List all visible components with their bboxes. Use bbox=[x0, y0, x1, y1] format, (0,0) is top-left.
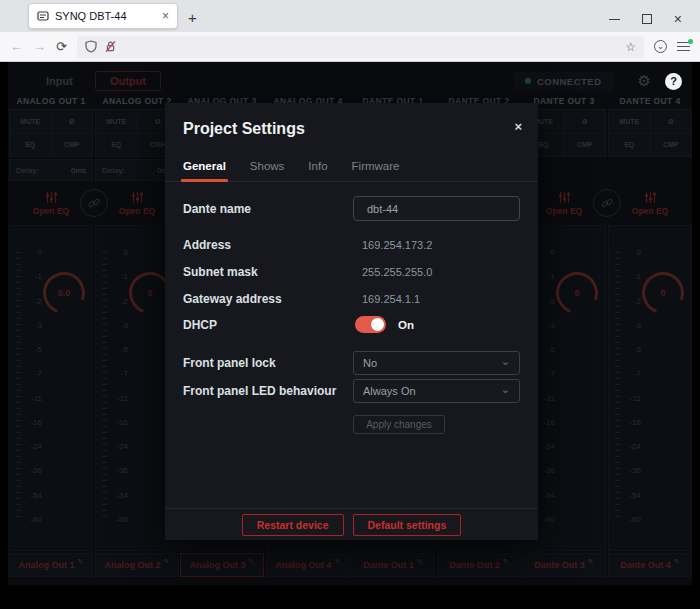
reload-icon[interactable]: ⟳ bbox=[56, 39, 67, 54]
browser-tab[interactable]: SYNQ DBT-44 × bbox=[28, 3, 178, 29]
address-bar[interactable]: ☆ bbox=[77, 36, 644, 58]
project-settings-modal: Project Settings × General Shows Info Fi… bbox=[165, 103, 538, 540]
browser-tab-bar: SYNQ DBT-44 × + × bbox=[0, 0, 700, 32]
dhcp-label: DHCP bbox=[183, 318, 353, 332]
help-icon[interactable]: ? bbox=[665, 73, 682, 90]
default-settings-button[interactable]: Default settings bbox=[353, 514, 462, 536]
modal-title: Project Settings bbox=[183, 120, 305, 138]
address-label: Address bbox=[183, 238, 353, 252]
bookmark-star-icon[interactable]: ☆ bbox=[625, 40, 636, 54]
forward-icon[interactable]: → bbox=[33, 39, 46, 54]
window-controls: × bbox=[609, 14, 694, 32]
restart-device-button[interactable]: Restart device bbox=[242, 514, 344, 536]
new-tab-button[interactable]: + bbox=[188, 9, 197, 26]
tab-title: SYNQ DBT-44 bbox=[55, 10, 156, 22]
tab-info[interactable]: Info bbox=[308, 160, 327, 181]
tab-shows[interactable]: Shows bbox=[250, 160, 285, 181]
front-panel-lock-label: Front panel lock bbox=[183, 356, 353, 370]
modal-tabs: General Shows Info Firmware bbox=[165, 160, 538, 182]
minimize-button[interactable] bbox=[609, 19, 620, 20]
dante-name-input[interactable] bbox=[353, 196, 520, 221]
modal-close-icon[interactable]: × bbox=[514, 120, 522, 133]
dhcp-state: On bbox=[398, 319, 414, 331]
lock-disabled-icon[interactable] bbox=[104, 40, 117, 53]
subnet-label: Subnet mask bbox=[183, 265, 353, 279]
front-panel-lock-select[interactable]: No ⌄ bbox=[353, 351, 520, 375]
browser-navbar: ← → ⟳ ☆ ⌄ bbox=[0, 32, 700, 62]
browser-window: SYNQ DBT-44 × + × ← → ⟳ ☆ ⌄ bbox=[0, 0, 700, 609]
tab-favicon-icon bbox=[37, 10, 49, 22]
tab-close-icon[interactable]: × bbox=[162, 9, 169, 23]
back-icon[interactable]: ← bbox=[10, 39, 23, 54]
window-close-button[interactable]: × bbox=[674, 14, 682, 24]
led-behaviour-label: Front panel LED behaviour bbox=[183, 384, 353, 398]
chevron-down-icon: ⌄ bbox=[501, 385, 510, 393]
led-behaviour-select[interactable]: Always On ⌄ bbox=[353, 379, 520, 403]
dhcp-toggle[interactable] bbox=[355, 316, 386, 333]
tab-firmware[interactable]: Firmware bbox=[352, 160, 400, 181]
gateway-value: 169.254.1.1 bbox=[353, 293, 420, 305]
chevron-down-icon: ⌄ bbox=[501, 357, 510, 365]
apply-changes-button[interactable]: Apply changes bbox=[353, 415, 445, 434]
shield-icon[interactable] bbox=[85, 40, 97, 53]
modal-footer: Restart device Default settings bbox=[165, 508, 538, 540]
maximize-button[interactable] bbox=[642, 14, 652, 24]
gateway-label: Gateway address bbox=[183, 292, 353, 306]
subnet-value: 255.255.255.0 bbox=[353, 266, 432, 278]
address-value: 169.254.173.2 bbox=[353, 239, 432, 251]
menu-notification-dot bbox=[688, 39, 693, 44]
pocket-icon[interactable]: ⌄ bbox=[654, 40, 667, 53]
menu-icon[interactable] bbox=[677, 42, 690, 52]
tab-general[interactable]: General bbox=[183, 160, 226, 181]
dante-name-label: Dante name bbox=[183, 202, 353, 216]
